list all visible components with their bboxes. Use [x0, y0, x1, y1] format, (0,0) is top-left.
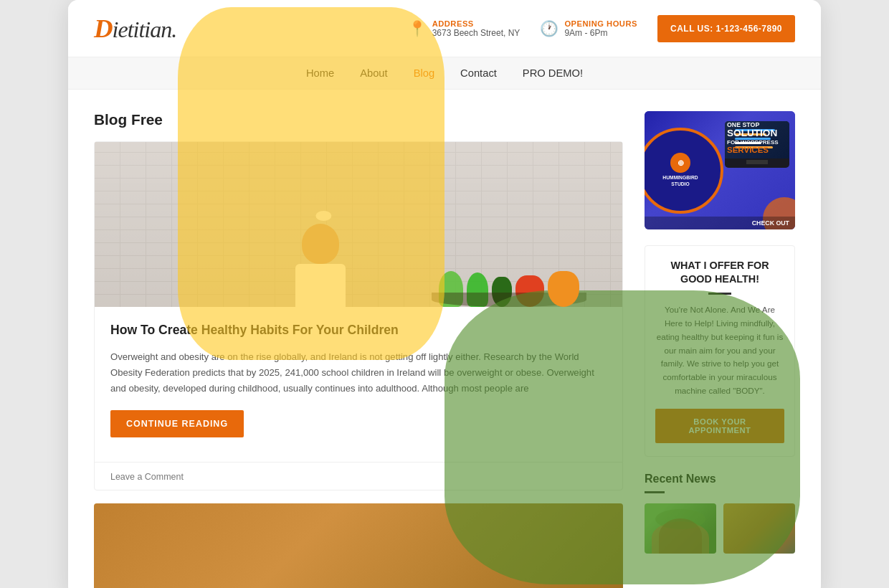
sidebar: ⊕ HummingbirdStudio	[645, 111, 795, 588]
address-text: Address 3673 Beech Street, NY	[432, 19, 520, 38]
wp-icon: ⊕	[670, 153, 690, 173]
address-value: 3673 Beech Street, NY	[432, 28, 520, 38]
hours-info: 🕐 Opening Hours 9Am - 6Pm	[540, 19, 637, 38]
hours-text: Opening Hours 9Am - 6Pm	[564, 19, 637, 38]
call-button[interactable]: CALL US: 1-123-456-7890	[657, 15, 795, 42]
main-layout: Blog Free	[68, 90, 821, 588]
recent-news-section: Recent News	[645, 473, 795, 554]
recent-news-thumb-2[interactable]	[723, 503, 795, 554]
logo-letter-d: D	[94, 14, 113, 43]
nav-item-contact[interactable]: Contact	[460, 67, 497, 79]
site-logo[interactable]: Dietitian.	[94, 13, 176, 44]
ad-bottom-bar: CHECK OUT	[645, 217, 795, 229]
ad-circle-text: HummingbirdStudio	[662, 175, 698, 187]
hours-label: Opening Hours	[564, 19, 637, 28]
hours-value: 9Am - 6Pm	[564, 28, 637, 38]
ad-background: ⊕ HummingbirdStudio	[645, 111, 795, 229]
continue-reading-button[interactable]: CONTINUE READING	[110, 410, 244, 437]
ad-for-wp: FOR WORDPRESS	[727, 139, 779, 146]
nav-item-pro-demo[interactable]: PRO DEMO!	[523, 67, 583, 79]
site-header: Dietitian. 📍 Address 3673 Beech Street, …	[68, 0, 821, 57]
logo-text-rest: ietitian.	[113, 16, 177, 42]
address-label: Address	[432, 19, 520, 28]
ad-circle: ⊕ HummingbirdStudio	[645, 128, 723, 214]
ad-services: SERVICES	[727, 146, 779, 154]
offer-title: WHAT I OFFER FOR GOOD HEALTH!	[655, 259, 784, 285]
ad-solution: SOLUTION	[727, 128, 779, 139]
app-window: Dietitian. 📍 Address 3673 Beech Street, …	[68, 0, 821, 588]
sidebar-ad-banner[interactable]: ⊕ HummingbirdStudio	[645, 111, 795, 229]
recent-news-grid	[645, 503, 795, 554]
header-info-group: 📍 Address 3673 Beech Street, NY 🕐 Openin…	[408, 15, 795, 42]
thumb2-image	[723, 503, 795, 554]
ad-checkout-label: CHECK OUT	[752, 219, 789, 227]
leave-comment-link[interactable]: Leave a Comment	[110, 472, 184, 482]
orange-pepper	[548, 271, 579, 307]
monitor-stand	[746, 160, 768, 164]
thumb2-veggie	[723, 503, 795, 554]
clock-icon: 🕐	[540, 20, 558, 37]
ad-label-area: ONE STOP SOLUTION FOR WORDPRESS SERVICES	[727, 121, 779, 154]
